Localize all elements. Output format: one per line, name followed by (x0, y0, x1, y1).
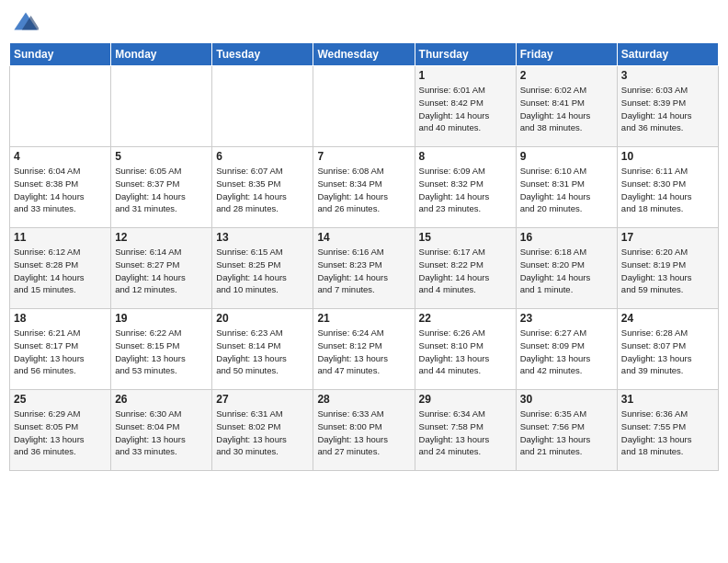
day-number: 16 (520, 231, 613, 244)
day-info: Sunrise: 6:07 AM Sunset: 8:35 PM Dayligh… (216, 165, 309, 215)
day-info: Sunrise: 6:04 AM Sunset: 8:38 PM Dayligh… (14, 165, 107, 215)
day-number: 25 (14, 393, 107, 406)
day-info: Sunrise: 6:02 AM Sunset: 8:41 PM Dayligh… (520, 84, 613, 134)
day-header-sunday: Sunday (10, 43, 111, 66)
day-number: 5 (115, 150, 208, 163)
day-info: Sunrise: 6:24 AM Sunset: 8:12 PM Dayligh… (317, 327, 410, 377)
day-info: Sunrise: 6:11 AM Sunset: 8:30 PM Dayligh… (621, 165, 714, 215)
calendar-cell: 18Sunrise: 6:21 AM Sunset: 8:17 PM Dayli… (10, 309, 111, 390)
day-info: Sunrise: 6:29 AM Sunset: 8:05 PM Dayligh… (14, 408, 107, 458)
calendar-cell: 13Sunrise: 6:15 AM Sunset: 8:25 PM Dayli… (212, 228, 313, 309)
calendar-cell: 16Sunrise: 6:18 AM Sunset: 8:20 PM Dayli… (516, 228, 617, 309)
week-row-4: 18Sunrise: 6:21 AM Sunset: 8:17 PM Dayli… (10, 309, 719, 390)
day-info: Sunrise: 6:36 AM Sunset: 7:55 PM Dayligh… (621, 408, 714, 458)
calendar-cell: 5Sunrise: 6:05 AM Sunset: 8:37 PM Daylig… (111, 147, 212, 228)
calendar-cell: 25Sunrise: 6:29 AM Sunset: 8:05 PM Dayli… (10, 390, 111, 471)
day-number: 21 (317, 312, 410, 325)
day-header-friday: Friday (516, 43, 617, 66)
day-info: Sunrise: 6:10 AM Sunset: 8:31 PM Dayligh… (520, 165, 613, 215)
day-info: Sunrise: 6:22 AM Sunset: 8:15 PM Dayligh… (115, 327, 208, 377)
week-row-3: 11Sunrise: 6:12 AM Sunset: 8:28 PM Dayli… (10, 228, 719, 309)
day-number: 9 (520, 150, 613, 163)
day-number: 31 (621, 393, 714, 406)
day-info: Sunrise: 6:20 AM Sunset: 8:19 PM Dayligh… (621, 246, 714, 296)
day-number: 20 (216, 312, 309, 325)
day-info: Sunrise: 6:28 AM Sunset: 8:07 PM Dayligh… (621, 327, 714, 377)
day-info: Sunrise: 6:18 AM Sunset: 8:20 PM Dayligh… (520, 246, 613, 296)
week-row-1: 1Sunrise: 6:01 AM Sunset: 8:42 PM Daylig… (10, 66, 719, 147)
calendar-cell: 20Sunrise: 6:23 AM Sunset: 8:14 PM Dayli… (212, 309, 313, 390)
calendar-cell: 28Sunrise: 6:33 AM Sunset: 8:00 PM Dayli… (313, 390, 415, 471)
calendar-cell: 27Sunrise: 6:31 AM Sunset: 8:02 PM Dayli… (212, 390, 313, 471)
calendar-cell (212, 66, 313, 147)
day-info: Sunrise: 6:30 AM Sunset: 8:04 PM Dayligh… (115, 408, 208, 458)
day-number: 14 (317, 231, 410, 244)
calendar-cell (111, 66, 212, 147)
day-number: 12 (115, 231, 208, 244)
calendar-cell: 7Sunrise: 6:08 AM Sunset: 8:34 PM Daylig… (313, 147, 415, 228)
day-info: Sunrise: 6:34 AM Sunset: 7:58 PM Dayligh… (419, 408, 512, 458)
day-number: 28 (317, 393, 410, 406)
day-info: Sunrise: 6:14 AM Sunset: 8:27 PM Dayligh… (115, 246, 208, 296)
calendar-cell: 22Sunrise: 6:26 AM Sunset: 8:10 PM Dayli… (415, 309, 516, 390)
calendar-cell: 6Sunrise: 6:07 AM Sunset: 8:35 PM Daylig… (212, 147, 313, 228)
day-info: Sunrise: 6:23 AM Sunset: 8:14 PM Dayligh… (216, 327, 309, 377)
day-info: Sunrise: 6:17 AM Sunset: 8:22 PM Dayligh… (419, 246, 512, 296)
calendar-cell: 2Sunrise: 6:02 AM Sunset: 8:41 PM Daylig… (516, 66, 617, 147)
day-number: 2 (520, 69, 613, 82)
day-info: Sunrise: 6:03 AM Sunset: 8:39 PM Dayligh… (621, 84, 714, 134)
calendar-cell: 14Sunrise: 6:16 AM Sunset: 8:23 PM Dayli… (313, 228, 415, 309)
day-number: 15 (419, 231, 512, 244)
day-number: 6 (216, 150, 309, 163)
calendar-cell: 10Sunrise: 6:11 AM Sunset: 8:30 PM Dayli… (617, 147, 718, 228)
calendar-cell: 30Sunrise: 6:35 AM Sunset: 7:56 PM Dayli… (516, 390, 617, 471)
day-header-saturday: Saturday (617, 43, 718, 66)
calendar-cell: 24Sunrise: 6:28 AM Sunset: 8:07 PM Dayli… (617, 309, 718, 390)
calendar-cell: 29Sunrise: 6:34 AM Sunset: 7:58 PM Dayli… (415, 390, 516, 471)
day-info: Sunrise: 6:12 AM Sunset: 8:28 PM Dayligh… (14, 246, 107, 296)
day-number: 27 (216, 393, 309, 406)
day-info: Sunrise: 6:26 AM Sunset: 8:10 PM Dayligh… (419, 327, 512, 377)
day-info: Sunrise: 6:31 AM Sunset: 8:02 PM Dayligh… (216, 408, 309, 458)
calendar-cell: 19Sunrise: 6:22 AM Sunset: 8:15 PM Dayli… (111, 309, 212, 390)
logo-icon (13, 9, 39, 35)
day-number: 29 (419, 393, 512, 406)
day-number: 30 (520, 393, 613, 406)
calendar-cell: 15Sunrise: 6:17 AM Sunset: 8:22 PM Dayli… (415, 228, 516, 309)
day-number: 4 (14, 150, 107, 163)
day-header-wednesday: Wednesday (313, 43, 415, 66)
page-header (9, 9, 719, 35)
calendar-cell: 1Sunrise: 6:01 AM Sunset: 8:42 PM Daylig… (415, 66, 516, 147)
day-number: 23 (520, 312, 613, 325)
day-info: Sunrise: 6:21 AM Sunset: 8:17 PM Dayligh… (14, 327, 107, 377)
day-number: 7 (317, 150, 410, 163)
calendar-table: SundayMondayTuesdayWednesdayThursdayFrid… (9, 42, 719, 471)
calendar-cell: 8Sunrise: 6:09 AM Sunset: 8:32 PM Daylig… (415, 147, 516, 228)
calendar-cell: 11Sunrise: 6:12 AM Sunset: 8:28 PM Dayli… (10, 228, 111, 309)
day-info: Sunrise: 6:27 AM Sunset: 8:09 PM Dayligh… (520, 327, 613, 377)
day-info: Sunrise: 6:05 AM Sunset: 8:37 PM Dayligh… (115, 165, 208, 215)
day-number: 22 (419, 312, 512, 325)
day-number: 13 (216, 231, 309, 244)
day-number: 8 (419, 150, 512, 163)
calendar-cell: 12Sunrise: 6:14 AM Sunset: 8:27 PM Dayli… (111, 228, 212, 309)
day-number: 3 (621, 69, 714, 82)
calendar-cell: 26Sunrise: 6:30 AM Sunset: 8:04 PM Dayli… (111, 390, 212, 471)
day-number: 19 (115, 312, 208, 325)
day-info: Sunrise: 6:01 AM Sunset: 8:42 PM Dayligh… (419, 84, 512, 134)
day-info: Sunrise: 6:16 AM Sunset: 8:23 PM Dayligh… (317, 246, 410, 296)
day-number: 26 (115, 393, 208, 406)
day-number: 17 (621, 231, 714, 244)
header-row: SundayMondayTuesdayWednesdayThursdayFrid… (10, 43, 719, 66)
logo (13, 9, 42, 35)
day-info: Sunrise: 6:09 AM Sunset: 8:32 PM Dayligh… (419, 165, 512, 215)
week-row-2: 4Sunrise: 6:04 AM Sunset: 8:38 PM Daylig… (10, 147, 719, 228)
day-number: 24 (621, 312, 714, 325)
day-info: Sunrise: 6:33 AM Sunset: 8:00 PM Dayligh… (317, 408, 410, 458)
calendar-cell: 4Sunrise: 6:04 AM Sunset: 8:38 PM Daylig… (10, 147, 111, 228)
day-header-monday: Monday (111, 43, 212, 66)
day-info: Sunrise: 6:15 AM Sunset: 8:25 PM Dayligh… (216, 246, 309, 296)
week-row-5: 25Sunrise: 6:29 AM Sunset: 8:05 PM Dayli… (10, 390, 719, 471)
calendar-cell: 31Sunrise: 6:36 AM Sunset: 7:55 PM Dayli… (617, 390, 718, 471)
day-header-thursday: Thursday (415, 43, 516, 66)
